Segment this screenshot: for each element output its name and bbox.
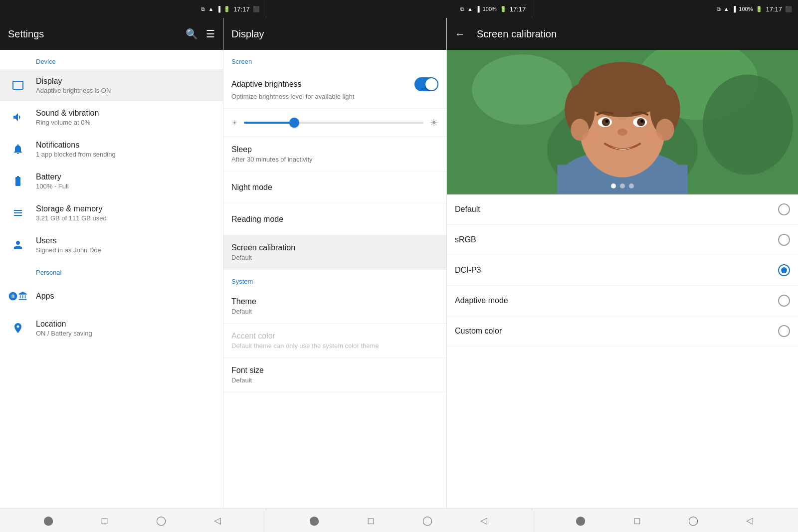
theme-title: Theme [231,297,438,306]
section-device: Device [0,50,223,69]
calibration-dcip3-radio[interactable] [778,264,790,276]
calibration-adaptive-radio[interactable] [778,295,790,307]
nav-circle-2[interactable]: ⬤ [307,514,321,528]
nav-square-3[interactable]: ◻ [630,514,644,528]
status-bars: ⧉ ▲ ▐ 🔋 17:17 ⬛ ⧉ ▲ ▐ 100% 🔋 17:17 ⧉ ▲ ▐… [0,0,798,18]
nav-square-2[interactable]: ◻ [364,514,378,528]
battery-menu-icon [8,171,28,191]
nav-home-3[interactable]: ◯ [686,514,700,528]
sidebar-item-location[interactable]: Location ON / Battery saving [0,312,223,344]
system-section-label: System [223,270,446,289]
nav-circle-3[interactable]: ⬤ [574,514,588,528]
sleep-title: Sleep [231,145,438,154]
notifications-title: Notifications [36,141,215,150]
signal-icon-3: ▐ [732,6,736,12]
adaptive-brightness-title: Adaptive brightness [231,80,302,89]
location-text: Location ON / Battery saving [36,320,215,337]
display-header: Display [223,18,446,50]
display-font-size[interactable]: Font size Default [223,358,446,392]
nav-bar-1: ⬤ ◻ ◯ ◁ [0,509,266,532]
location-subtitle: ON / Battery saving [36,330,215,337]
reading-mode-title: Reading mode [231,215,438,224]
location-icon [8,318,28,338]
brightness-high-icon: ☀ [429,117,438,129]
calibration-option-dcip3[interactable]: DCI-P3 [447,255,798,286]
users-title: Users [36,236,215,245]
calibration-srgb-label: sRGB [455,235,476,244]
apps-text: Apps [36,292,215,301]
settings-title: Settings [8,28,178,40]
slider-thumb [289,118,299,128]
display-content: Screen Adaptive brightness Optimize brig… [223,50,446,508]
svg-point-3 [472,54,572,125]
slider-fill [244,122,294,124]
battery-text-2: 100% [483,6,497,12]
sidebar-item-notifications[interactable]: Notifications 1 app blocked from sending [0,133,223,165]
calibration-option-srgb[interactable]: sRGB [447,225,798,255]
brightness-slider[interactable] [244,122,423,124]
apps-title: Apps [36,292,215,301]
calibration-default-radio[interactable] [778,203,790,215]
display-reading-mode[interactable]: Reading mode [223,203,446,235]
panel-display: Display Screen Adaptive brightness Optim… [223,18,447,508]
settings-header: Settings 🔍 ☰ [0,18,223,50]
calibration-header: ← Screen calibration [447,18,798,50]
adaptive-brightness-toggle[interactable] [414,77,438,91]
nav-square-1[interactable]: ◻ [98,514,112,528]
section-personal: Personal [0,261,223,280]
display-sleep[interactable]: Sleep After 30 minutes of inactivity [223,137,446,172]
notifications-text: Notifications 1 app blocked from sending [36,141,215,158]
display-text: Display Adaptive brightness is ON [36,77,215,94]
menu-icon[interactable]: ☰ [206,28,215,40]
calibration-option-custom[interactable]: Custom color [447,316,798,347]
sidebar-item-display[interactable]: Display Adaptive brightness is ON [0,69,223,101]
radio-inner [781,267,787,273]
display-accent-color: Accent color Default theme can only use … [223,324,446,358]
sound-text: Sound & vibration Ring volume at 0% [36,109,215,126]
battery-icon-1: 🔋 [223,6,230,12]
sidebar-item-sound[interactable]: Sound & vibration Ring volume at 0% [0,101,223,133]
sim-icon-1: ⧉ [201,6,205,12]
nav-home-1[interactable]: ◯ [154,514,168,528]
nav-back-2[interactable]: ◁ [477,514,491,528]
nav-circle-1[interactable]: ⬤ [41,514,55,528]
brightness-slider-container: ☀ ☀ [223,109,446,137]
calibration-custom-radio[interactable] [778,325,790,337]
display-night-mode[interactable]: Night mode [223,172,446,203]
photo-dot-3 [629,183,634,188]
sidebar-item-apps[interactable]: Apps [0,280,223,312]
theme-subtitle: Default [231,308,438,315]
sidebar-item-storage[interactable]: Storage & memory 3.21 GB of 111 GB used [0,197,223,229]
sidebar-item-battery[interactable]: Battery 100% - Full [0,165,223,197]
panel-calibration: ← Screen calibration [447,18,798,508]
users-text: Users Signed in as John Doe [36,236,215,254]
photo-dots [611,183,634,188]
calibration-option-adaptive[interactable]: Adaptive mode [447,286,798,316]
nav-back-3[interactable]: ◁ [743,514,757,528]
brightness-low-icon: ☀ [231,119,238,127]
battery-text-3: 100% [739,6,753,12]
nav-back-1[interactable]: ◁ [210,514,224,528]
battery-icon-2: 🔋 [500,6,507,12]
sidebar-item-users[interactable]: Users Signed in as John Doe [0,229,223,261]
display-subtitle: Adaptive brightness is ON [36,87,215,94]
svg-point-2 [703,74,793,175]
adaptive-brightness-header: Adaptive brightness [231,77,438,91]
calibration-title: Screen calibration [477,28,790,40]
status-bar-2: ⧉ ▲ ▐ 100% 🔋 17:17 [266,0,533,18]
search-icon[interactable]: 🔍 [186,28,198,40]
wifi-icon-2: ▲ [467,6,473,12]
calibration-option-default[interactable]: Default [447,194,798,225]
calibration-srgb-radio[interactable] [778,234,790,246]
calibration-custom-label: Custom color [455,327,502,336]
sleep-subtitle: After 30 minutes of inactivity [231,156,438,163]
back-icon[interactable]: ← [455,28,465,40]
display-adaptive-brightness[interactable]: Adaptive brightness Optimize brightness … [223,69,446,109]
display-screen-calibration[interactable]: Screen calibration Default [223,235,446,270]
nav-bars: ⬤ ◻ ◯ ◁ ⬤ ◻ ◯ ◁ ⬤ ◻ ◯ ◁ [0,508,798,532]
display-theme[interactable]: Theme Default [223,289,446,324]
status-bar-1: ⧉ ▲ ▐ 🔋 17:17 ⬛ [0,0,266,18]
nav-home-2[interactable]: ◯ [420,514,434,528]
apps-icon [8,286,28,306]
wifi-icon-1: ▲ [208,6,213,12]
